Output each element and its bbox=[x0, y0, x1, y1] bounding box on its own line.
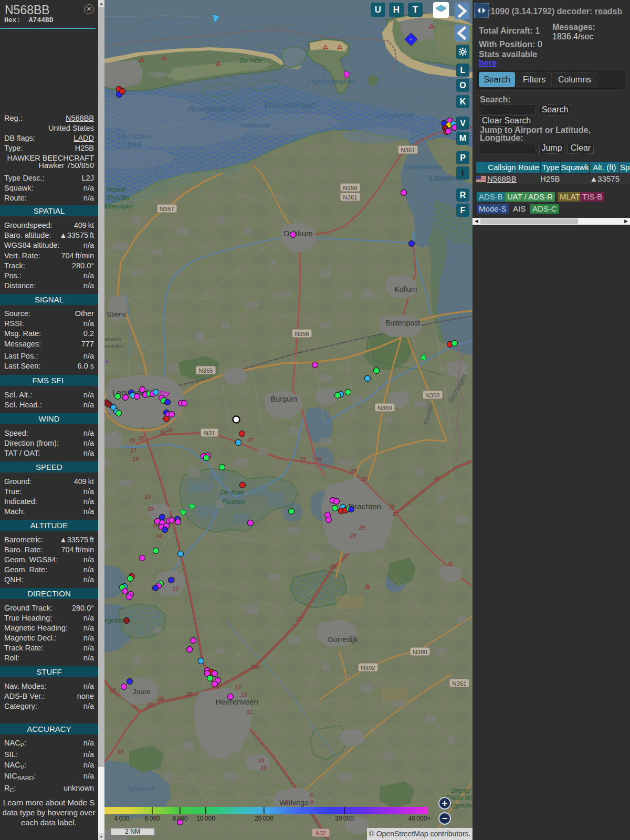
svg-text:10 000: 10 000 bbox=[196, 815, 215, 822]
svg-text:28: 28 bbox=[299, 456, 307, 462]
svg-text:15: 15 bbox=[144, 494, 151, 500]
svg-text:Fryslân: Fryslân bbox=[107, 194, 130, 202]
svg-text:A32: A32 bbox=[316, 830, 326, 836]
svg-text:Stiens: Stiens bbox=[107, 310, 127, 318]
svg-text:10: 10 bbox=[260, 764, 267, 771]
svg-text:Dokkum: Dokkum bbox=[284, 229, 312, 238]
svg-text:29: 29 bbox=[350, 468, 357, 474]
svg-text:4 000: 4 000 bbox=[114, 815, 129, 822]
svg-text:30: 30 bbox=[388, 503, 395, 510]
svg-text:12: 12 bbox=[235, 684, 241, 690]
svg-text:8: 8 bbox=[310, 799, 314, 805]
svg-text:N361: N361 bbox=[343, 194, 358, 201]
svg-text:Wolvega: Wolvega bbox=[279, 799, 309, 807]
svg-text:26a: 26a bbox=[250, 664, 260, 670]
svg-text:Lauwersmeer: Lauwersmeer bbox=[405, 163, 444, 171]
svg-text:N357: N357 bbox=[160, 206, 174, 212]
svg-text:Burgum: Burgum bbox=[271, 395, 298, 403]
svg-text:11: 11 bbox=[246, 709, 252, 715]
svg-text:N351: N351 bbox=[452, 680, 467, 687]
svg-text:Noard-: Noard- bbox=[106, 185, 127, 193]
svg-text:24: 24 bbox=[157, 696, 164, 702]
svg-text:27: 27 bbox=[296, 616, 303, 622]
svg-text:24: 24 bbox=[146, 701, 153, 708]
svg-text:29: 29 bbox=[359, 524, 366, 531]
svg-text:N358: N358 bbox=[343, 185, 358, 191]
svg-text:Bûtendyks: Bûtendyks bbox=[104, 202, 134, 210]
svg-text:De Alde: De Alde bbox=[220, 488, 244, 496]
svg-text:10: 10 bbox=[258, 757, 265, 763]
svg-text:Feanen: Feanen bbox=[222, 498, 245, 506]
svg-text:26: 26 bbox=[159, 429, 166, 436]
svg-text:25: 25 bbox=[185, 691, 193, 697]
svg-text:23: 23 bbox=[109, 687, 116, 694]
svg-text:20 000: 20 000 bbox=[255, 815, 274, 822]
svg-text:N392: N392 bbox=[361, 665, 375, 671]
svg-text:29: 29 bbox=[349, 532, 356, 539]
svg-text:Joure: Joure bbox=[133, 688, 151, 696]
svg-text:19: 19 bbox=[117, 749, 124, 755]
svg-text:N31: N31 bbox=[204, 430, 215, 436]
svg-text:warden: warden bbox=[104, 343, 123, 349]
svg-text:8 000: 8 000 bbox=[172, 815, 187, 822]
svg-text:plaat: plaat bbox=[128, 140, 142, 148]
svg-text:N358: N358 bbox=[425, 392, 440, 398]
svg-text:16: 16 bbox=[132, 456, 139, 462]
svg-text:Buitenpost: Buitenpost bbox=[385, 319, 420, 327]
svg-text:Piet Scheve: Piet Scheve bbox=[118, 133, 152, 140]
svg-text:Heideveld: Heideveld bbox=[240, 121, 271, 129]
svg-text:8: 8 bbox=[310, 792, 313, 798]
svg-text:Tsjûkemar: Tsjûkemar bbox=[127, 785, 156, 792]
svg-text:N361: N361 bbox=[401, 147, 415, 153]
svg-text:Heerenveen: Heerenveen bbox=[215, 697, 258, 706]
svg-text:13: 13 bbox=[172, 586, 178, 592]
svg-text:N355: N355 bbox=[198, 368, 213, 374]
svg-text:31: 31 bbox=[434, 475, 440, 481]
svg-text:29: 29 bbox=[361, 476, 368, 482]
svg-text:N356: N356 bbox=[295, 331, 309, 337]
svg-text:26: 26 bbox=[166, 427, 173, 433]
svg-text:Gorredijk: Gorredijk bbox=[328, 635, 359, 644]
svg-text:De Hôn: De Hôn bbox=[239, 57, 262, 65]
svg-text:N380: N380 bbox=[413, 649, 427, 655]
svg-text:Engelsmanplaat: Engelsmanplaat bbox=[307, 77, 356, 85]
svg-text:30: 30 bbox=[392, 511, 399, 517]
svg-text:27: 27 bbox=[247, 437, 254, 443]
svg-text:Eilanderbult: Eilanderbult bbox=[377, 111, 414, 119]
svg-text:eggelder: eggelder bbox=[449, 802, 472, 809]
svg-text:14: 14 bbox=[155, 533, 162, 539]
svg-text:Wierumerwad: Wierumerwad bbox=[264, 101, 317, 110]
svg-text:15: 15 bbox=[148, 506, 154, 512]
svg-text:12: 12 bbox=[240, 691, 247, 698]
svg-text:25: 25 bbox=[137, 435, 144, 442]
svg-text:Kollum: Kollum bbox=[395, 285, 417, 293]
svg-text:N369: N369 bbox=[377, 405, 392, 411]
svg-text:30 000: 30 000 bbox=[335, 815, 354, 822]
svg-text:6 000: 6 000 bbox=[144, 815, 160, 822]
svg-text:40 000+: 40 000+ bbox=[408, 815, 430, 822]
svg-text:abasis: abasis bbox=[104, 336, 121, 342]
svg-text:Amelanderwad: Amelanderwad bbox=[188, 104, 245, 113]
svg-text:Drents-: Drents- bbox=[451, 787, 471, 794]
svg-text:28: 28 bbox=[329, 563, 336, 570]
svg-text:25: 25 bbox=[129, 437, 136, 444]
svg-text:28: 28 bbox=[315, 456, 322, 463]
svg-text:17: 17 bbox=[130, 447, 137, 454]
svg-text:9: 9 bbox=[285, 799, 289, 805]
